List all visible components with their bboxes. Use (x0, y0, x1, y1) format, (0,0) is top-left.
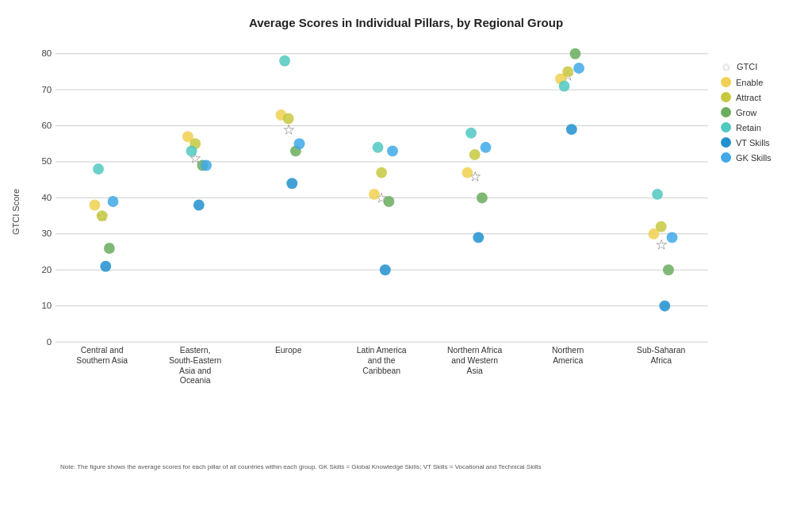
svg-text:40: 40 (41, 193, 52, 202)
svg-point-48 (201, 160, 212, 171)
svg-text:South-Eastern: South-Eastern (169, 356, 222, 365)
svg-point-37 (97, 210, 108, 221)
svg-point-81 (652, 189, 663, 200)
svg-point-47 (193, 200, 205, 211)
svg-point-79 (656, 221, 667, 232)
legend-dot-icon (721, 92, 731, 102)
svg-point-73 (569, 48, 580, 59)
svg-point-74 (559, 81, 570, 92)
svg-text:Asia and: Asia and (179, 366, 212, 375)
legend-dot-icon (721, 77, 731, 87)
chart-title: Average Scores in Individual Pillars, by… (8, 16, 804, 29)
svg-point-39 (93, 163, 104, 175)
svg-point-72 (562, 66, 573, 77)
legend-dot-icon (721, 152, 731, 163)
chart-note: Note: The figure shows the average score… (21, 463, 717, 471)
svg-text:Caribbean: Caribbean (362, 366, 400, 375)
svg-point-53 (279, 56, 290, 67)
svg-text:Northern Africa: Northern Africa (447, 346, 502, 355)
svg-text:Southern Asia: Southern Asia (76, 356, 128, 365)
legend-label: GK Skills (736, 153, 772, 163)
legend-dot-icon (721, 137, 731, 148)
svg-point-62 (387, 145, 398, 156)
legend-item-enable: Enable (721, 77, 804, 87)
svg-point-76 (573, 63, 584, 74)
svg-text:20: 20 (41, 265, 52, 274)
svg-text:Northern: Northern (552, 346, 584, 355)
svg-point-60 (373, 142, 384, 153)
legend-item-grow: Grow (721, 107, 804, 117)
legend-label: GTCI (737, 62, 757, 71)
svg-text:10: 10 (41, 301, 52, 310)
y-axis-label: GTCI Score (8, 45, 21, 378)
svg-point-66 (477, 192, 488, 203)
legend-item-gtci: ★GTCI (721, 61, 804, 72)
chart-container: Average Scores in Individual Pillars, by… (0, 0, 812, 518)
legend-dot-icon (721, 107, 731, 117)
svg-text:0: 0 (47, 337, 52, 347)
svg-text:Africa: Africa (650, 356, 672, 365)
svg-point-51 (283, 113, 294, 124)
svg-text:60: 60 (41, 121, 52, 130)
svg-point-36 (89, 200, 100, 211)
svg-text:Oceania: Oceania (180, 376, 211, 385)
svg-point-83 (667, 232, 678, 243)
svg-text:America: America (553, 356, 583, 365)
svg-point-58 (376, 167, 387, 178)
svg-point-46 (186, 145, 197, 156)
svg-point-65 (469, 149, 481, 160)
legend-dot-icon (721, 122, 731, 132)
chart-legend: ★GTCIEnableAttractGrowRetainVT SkillsGK … (717, 37, 804, 458)
legend-label: Attract (736, 93, 761, 102)
svg-point-75 (566, 124, 577, 135)
svg-text:and the: and the (368, 356, 396, 365)
svg-point-82 (659, 301, 670, 312)
svg-point-41 (108, 196, 119, 207)
svg-point-68 (473, 232, 484, 243)
legend-star-icon: ★ (721, 61, 732, 72)
svg-point-67 (465, 128, 477, 139)
svg-text:80: 80 (41, 48, 52, 58)
legend-item-attract: Attract (721, 92, 804, 102)
svg-text:★: ★ (656, 237, 667, 251)
svg-point-54 (286, 178, 297, 189)
svg-point-69 (481, 142, 492, 153)
legend-item-retain: Retain (721, 122, 804, 132)
svg-point-64 (462, 167, 473, 178)
svg-text:Sub-Saharan: Sub-Saharan (637, 346, 685, 355)
svg-text:Eastern,: Eastern, (180, 346, 211, 355)
svg-text:Latin America: Latin America (357, 346, 407, 355)
svg-text:Central and: Central and (81, 346, 124, 355)
legend-item-vt-skills: VT Skills (721, 137, 804, 148)
plot-area: .tick-label { font-size: 10px; fill: #44… (21, 37, 717, 462)
legend-label: Retain (736, 123, 761, 132)
svg-point-40 (100, 261, 111, 272)
legend-label: Grow (736, 108, 756, 117)
legend-label: VT Skills (736, 138, 770, 148)
svg-text:and Western: and Western (451, 356, 498, 365)
svg-text:Asia: Asia (467, 366, 483, 375)
svg-point-55 (294, 138, 305, 149)
svg-point-59 (383, 196, 394, 207)
svg-point-80 (663, 264, 674, 275)
svg-text:70: 70 (41, 85, 52, 94)
legend-label: Enable (736, 78, 763, 87)
svg-point-61 (380, 264, 391, 275)
svg-text:50: 50 (41, 156, 52, 166)
legend-item-gk-skills: GK Skills (721, 152, 804, 163)
svg-text:30: 30 (41, 228, 52, 238)
svg-point-38 (104, 243, 115, 254)
svg-point-57 (369, 189, 380, 200)
svg-text:★: ★ (283, 122, 294, 136)
svg-text:Europe: Europe (275, 346, 302, 355)
